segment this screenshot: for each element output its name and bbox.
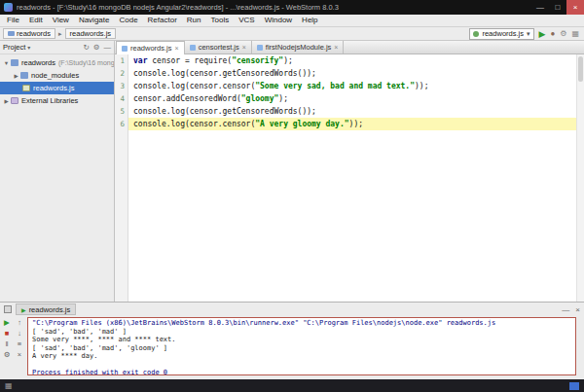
console-line xyxy=(32,361,571,370)
up-stack-trace-button[interactable]: ↑ xyxy=(18,318,21,327)
code-text[interactable]: console.log(censor.censor("Some very sad… xyxy=(128,80,584,92)
menu-item-window[interactable]: Window xyxy=(260,15,297,26)
run-tab[interactable]: ▶ readwords.js xyxy=(16,303,76,315)
tree-node-external-libraries[interactable]: ▶ External Libraries xyxy=(0,94,114,107)
settings-button[interactable]: ⚙ xyxy=(560,28,566,40)
close-button[interactable]: × xyxy=(566,0,584,15)
code-empty-area[interactable] xyxy=(115,130,584,302)
soft-wrap-button[interactable]: ≡ xyxy=(18,339,21,348)
close-icon[interactable]: × xyxy=(242,44,246,51)
clear-console-button[interactable]: × xyxy=(18,350,21,359)
line-number[interactable]: 3 xyxy=(115,80,128,92)
console-exit-line: Process finished with exit code 0 xyxy=(32,369,571,375)
code-text[interactable]: console.log(censor.censor("A very gloomy… xyxy=(128,118,584,130)
chevron-down-icon[interactable]: ▾ xyxy=(27,44,30,51)
code-line[interactable]: 2 console.log(censor.getCensoredWords())… xyxy=(115,67,584,80)
chevron-expanded-icon[interactable]: ▼ xyxy=(3,60,10,66)
project-panel-toolbar: ↻ ⚙ — xyxy=(83,43,111,52)
editor-tab-bar: readwords.js × censortest.js × firstNode… xyxy=(115,41,584,54)
minimize-button[interactable]: — xyxy=(531,0,549,15)
line-number[interactable]: 6 xyxy=(115,118,128,130)
console-line: [ 'sad', 'bad', 'mad', 'gloomy' ] xyxy=(32,344,571,353)
maximize-button[interactable]: □ xyxy=(549,0,566,15)
scrollbar-thumb[interactable] xyxy=(578,56,583,82)
refresh-icon[interactable]: ↻ xyxy=(83,43,89,52)
run-toolbar: readwords.js ▾ ▶ ● ⚙ ▦ xyxy=(469,28,584,40)
nodejs-icon xyxy=(473,31,479,37)
hide-panel-icon[interactable]: — xyxy=(104,43,112,52)
line-number[interactable]: 5 xyxy=(115,105,128,118)
editor-tab-firstnodejsmodule-js[interactable]: firstNodejsModule.js × xyxy=(252,41,345,53)
close-icon[interactable]: × xyxy=(175,45,179,52)
code-editor[interactable]: 1 var censor = require("censorify"); 2 c… xyxy=(115,54,584,302)
code-token: console.log(censor.getCensoredWords()); xyxy=(133,69,316,78)
run-console-output[interactable]: "C:\Program Files (x86)\JetBrains\WebSto… xyxy=(27,317,576,375)
menu-item-run[interactable]: Run xyxy=(182,15,206,26)
code-text[interactable]: console.log(censor.getCensoredWords()); xyxy=(128,67,584,80)
debug-button[interactable]: ● xyxy=(550,28,555,40)
chevron-right-icon: ▸ xyxy=(58,30,62,38)
stop-button[interactable]: ■ xyxy=(5,329,10,338)
code-line[interactable]: 5 console.log(censor.getCensoredWords())… xyxy=(115,105,584,118)
line-number[interactable]: 4 xyxy=(115,92,128,105)
menu-item-navigate[interactable]: Navigate xyxy=(74,15,115,26)
status-bar-right xyxy=(569,382,579,390)
menu-item-file[interactable]: File xyxy=(2,15,24,26)
code-line-current[interactable]: 6 console.log(censor.censor("A very gloo… xyxy=(115,118,584,130)
code-token: console.log(censor.getCensoredWords()); xyxy=(133,107,316,116)
down-stack-trace-button[interactable]: ↓ xyxy=(18,329,21,338)
run-tool-window: ▶ readwords.js — × ▶ ■ ‖ ⚙ ↑ ↓ ≡ xyxy=(0,302,584,379)
line-number[interactable]: 2 xyxy=(115,67,128,80)
console-settings-button[interactable]: ⚙ xyxy=(4,350,11,359)
code-text[interactable]: console.log(censor.getCensoredWords()); xyxy=(128,105,584,118)
menu-item-refactor[interactable]: Refactor xyxy=(143,15,182,26)
tree-node-label: readwords xyxy=(21,58,55,67)
close-panel-icon[interactable]: × xyxy=(575,305,580,314)
background-task-indicator[interactable] xyxy=(569,382,579,390)
string-token: "A very gloomy day." xyxy=(255,120,348,128)
panel-layout-icon[interactable]: ▦ xyxy=(571,28,579,40)
code-line[interactable]: 3 console.log(censor.censor("Some very s… xyxy=(115,80,584,92)
menu-item-tools[interactable]: Tools xyxy=(206,15,235,26)
line-number[interactable]: 1 xyxy=(115,54,128,67)
title-bar: readwords - [F:\Study\16 mongoDB nodejs … xyxy=(0,0,584,15)
navigation-bar: readwords ▸ readwords.js readwords.js ▾ … xyxy=(0,27,584,41)
menu-item-code[interactable]: Code xyxy=(114,15,142,26)
webstorm-logo-icon xyxy=(4,3,13,12)
run-button[interactable]: ▶ xyxy=(539,28,546,40)
tree-node-project-root[interactable]: ▼ readwords (F:\Study\16 mongoDB n xyxy=(0,56,114,69)
console-line: [ 'sad', 'bad', 'mad' ] xyxy=(32,328,571,337)
menu-item-edit[interactable]: Edit xyxy=(24,15,48,26)
run-panel-header-actions: — × xyxy=(562,305,580,314)
code-text[interactable]: censor.addCensoredWord("gloomy"); xyxy=(128,92,584,105)
close-icon[interactable]: × xyxy=(334,44,338,51)
run-toolwindow-icon xyxy=(4,305,12,313)
tree-node-readwords-js[interactable]: readwords.js xyxy=(0,82,114,94)
gear-icon[interactable]: ⚙ xyxy=(93,43,100,52)
minimize-panel-icon[interactable]: — xyxy=(562,305,569,314)
breadcrumb-label: readwords.js xyxy=(70,29,112,38)
chevron-down-icon: ▾ xyxy=(527,30,530,38)
code-token: )); xyxy=(415,82,428,90)
project-panel-header: Project ▾ ↻ ⚙ — xyxy=(0,41,114,54)
breadcrumb-item-file[interactable]: readwords.js xyxy=(65,28,117,39)
editor-tab-censortest-js[interactable]: censortest.js × xyxy=(185,41,252,53)
breadcrumb-item-project[interactable]: readwords xyxy=(3,28,55,39)
chevron-collapsed-icon[interactable]: ▶ xyxy=(13,73,19,79)
run-config-select[interactable]: readwords.js ▾ xyxy=(469,28,533,40)
menu-item-vcs[interactable]: VCS xyxy=(234,15,259,26)
rerun-button[interactable]: ▶ xyxy=(4,318,10,327)
code-line[interactable]: 4 censor.addCensoredWord("gloomy"); xyxy=(115,92,584,105)
vertical-scrollbar[interactable] xyxy=(576,54,584,302)
js-file-icon xyxy=(190,45,196,51)
pause-output-button[interactable]: ‖ xyxy=(5,339,8,348)
code-text[interactable]: var censor = require("censorify"); xyxy=(128,54,584,67)
menu-item-view[interactable]: View xyxy=(48,15,74,26)
toolwindow-switcher-icon[interactable]: ▦ xyxy=(5,381,13,390)
menu-item-help[interactable]: Help xyxy=(297,15,322,26)
code-line[interactable]: 1 var censor = require("censorify"); xyxy=(115,54,584,67)
tree-node-node-modules[interactable]: ▶ node_modules xyxy=(0,69,114,82)
editor-tab-label: firstNodejsModule.js xyxy=(266,43,332,52)
chevron-collapsed-icon[interactable]: ▶ xyxy=(3,98,10,104)
editor-tab-readwords-js[interactable]: readwords.js × xyxy=(116,41,185,54)
